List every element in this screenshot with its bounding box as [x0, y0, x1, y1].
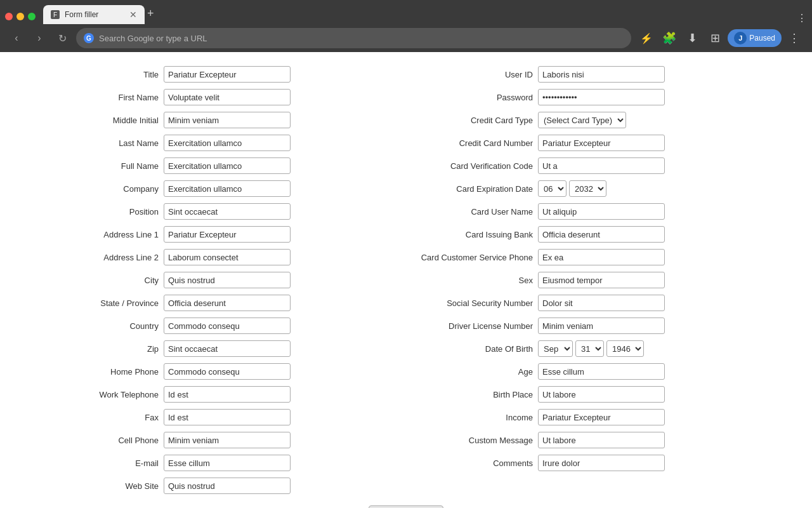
label-website: Web Site — [57, 481, 159, 491]
menu-button[interactable]: ⋮ — [784, 28, 804, 48]
field-row-first_name: First Name — [57, 88, 393, 107]
input-birth_place[interactable] — [538, 386, 665, 403]
date-group-cc_expiry: 0102030405060708091011122020202120222023… — [538, 180, 606, 197]
tab-extensions-icon: ⋮ — [797, 12, 807, 24]
active-tab[interactable]: F Form filler ✕ — [43, 5, 145, 24]
field-row-comments: Comments — [419, 453, 755, 472]
input-custom_message[interactable] — [538, 432, 665, 448]
extensions-icon[interactable]: ⚡ — [636, 28, 657, 48]
label-birth_place: Birth Place — [419, 390, 533, 399]
input-fax[interactable] — [164, 409, 291, 425]
input-cc_number[interactable] — [538, 135, 665, 151]
label-dob: Date Of Birth — [419, 344, 533, 354]
download-icon[interactable]: ⬇ — [682, 28, 702, 48]
label-full_name: Full Name — [57, 161, 159, 171]
field-row-cvc: Card Verification Code — [419, 156, 755, 175]
label-fax: Fax — [57, 413, 159, 422]
field-row-dl_number: Driver License Number — [419, 316, 755, 335]
label-last_name: Last Name — [57, 138, 159, 148]
input-cvc[interactable] — [538, 157, 665, 174]
maximize-dot[interactable] — [28, 13, 36, 20]
field-row-full_name: Full Name — [57, 156, 393, 175]
input-cell_phone[interactable] — [164, 432, 291, 448]
input-user_id[interactable] — [538, 66, 665, 83]
label-state: State / Province — [57, 298, 159, 308]
address-bar[interactable]: G Search Google or type a URL — [76, 28, 631, 48]
label-comments: Comments — [419, 458, 533, 468]
input-password[interactable] — [538, 89, 665, 105]
input-website[interactable] — [164, 478, 291, 494]
input-address1[interactable] — [164, 226, 291, 243]
label-address2: Address Line 2 — [57, 253, 159, 262]
profile-avatar: J — [734, 32, 747, 44]
field-row-cc_expiry: Card Expiration Date01020304050607080910… — [419, 179, 755, 198]
input-title[interactable] — [164, 66, 291, 83]
input-card_name[interactable] — [538, 203, 665, 220]
minimize-dot[interactable] — [16, 13, 24, 20]
forward-button[interactable]: › — [30, 29, 48, 47]
tab-close-button[interactable]: ✕ — [129, 10, 137, 20]
select-cc_type[interactable]: (Select Card Type)VisaMasterCardAmexDisc… — [538, 112, 626, 128]
input-email[interactable] — [164, 455, 291, 471]
field-row-middle_initial: Middle Initial — [57, 110, 393, 130]
dob-year-select[interactable]: 1940194119421943194419451946194719481949… — [606, 340, 644, 357]
input-sex[interactable] — [538, 272, 665, 288]
month-select-cc_expiry[interactable]: 010203040506070809101112 — [538, 180, 566, 197]
input-income[interactable] — [538, 409, 665, 425]
input-state[interactable] — [164, 295, 291, 311]
label-age: Age — [419, 367, 533, 377]
profile-button[interactable]: J Paused — [728, 29, 782, 47]
label-email: E-mail — [57, 458, 159, 468]
input-dl_number[interactable] — [538, 318, 665, 334]
dob-day-select[interactable]: 1234567891011121314151617181920212223242… — [575, 340, 604, 357]
input-first_name[interactable] — [164, 89, 291, 105]
layout-icon[interactable]: ⊞ — [705, 28, 725, 48]
browser-actions: ⚡ 🧩 ⬇ ⊞ J Paused ⋮ — [636, 28, 804, 48]
input-cs_phone[interactable] — [538, 249, 665, 265]
field-row-income: Income — [419, 408, 755, 427]
field-row-last_name: Last Name — [57, 133, 393, 152]
input-company[interactable] — [164, 180, 291, 197]
tab-bar: F Form filler ✕ + ⋮ — [0, 0, 812, 24]
field-row-birth_place: Birth Place — [419, 385, 755, 404]
label-address1: Address Line 1 — [57, 230, 159, 239]
new-tab-button[interactable]: + — [147, 7, 154, 24]
submit-button[interactable]: Lorem ipsum — [369, 505, 443, 508]
input-city[interactable] — [164, 272, 291, 288]
close-dot[interactable] — [5, 13, 13, 20]
label-city: City — [57, 276, 159, 285]
input-last_name[interactable] — [164, 135, 291, 151]
field-row-custom_message: Custom Message — [419, 431, 755, 450]
input-address2[interactable] — [164, 249, 291, 265]
field-row-company: Company — [57, 179, 393, 198]
input-middle_initial[interactable] — [164, 112, 291, 128]
input-full_name[interactable] — [164, 157, 291, 174]
input-position[interactable] — [164, 203, 291, 220]
input-home_phone[interactable] — [164, 363, 291, 380]
year-select-cc_expiry[interactable]: 2020202120222023202420252026202720282029… — [569, 180, 606, 197]
field-row-position: Position — [57, 202, 393, 221]
field-row-address2: Address Line 2 — [57, 248, 393, 267]
label-cell_phone: Cell Phone — [57, 436, 159, 445]
field-row-state: State / Province — [57, 293, 393, 312]
label-cvc: Card Verification Code — [419, 161, 533, 171]
field-row-email: E-mail — [57, 453, 393, 472]
input-comments[interactable] — [538, 455, 665, 471]
input-age[interactable] — [538, 363, 665, 380]
label-cc_type: Credit Card Type — [419, 116, 533, 125]
field-row-city: City — [57, 271, 393, 290]
input-ssn[interactable] — [538, 295, 665, 311]
submit-row: Lorem ipsum — [57, 505, 755, 508]
input-country[interactable] — [164, 318, 291, 334]
label-home_phone: Home Phone — [57, 367, 159, 377]
input-issuing_bank[interactable] — [538, 226, 665, 243]
back-button[interactable]: ‹ — [8, 29, 25, 47]
label-custom_message: Custom Message — [419, 436, 533, 445]
input-work_phone[interactable] — [164, 386, 291, 403]
field-row-password: Password — [419, 88, 755, 107]
input-zip[interactable] — [164, 340, 291, 357]
field-row-country: Country — [57, 316, 393, 335]
reload-button[interactable]: ↻ — [53, 29, 71, 47]
puzzle-icon[interactable]: 🧩 — [659, 28, 679, 48]
dob-month-select[interactable]: JanFebMarAprMayJunJulAugSepOctNovDec — [538, 340, 573, 357]
